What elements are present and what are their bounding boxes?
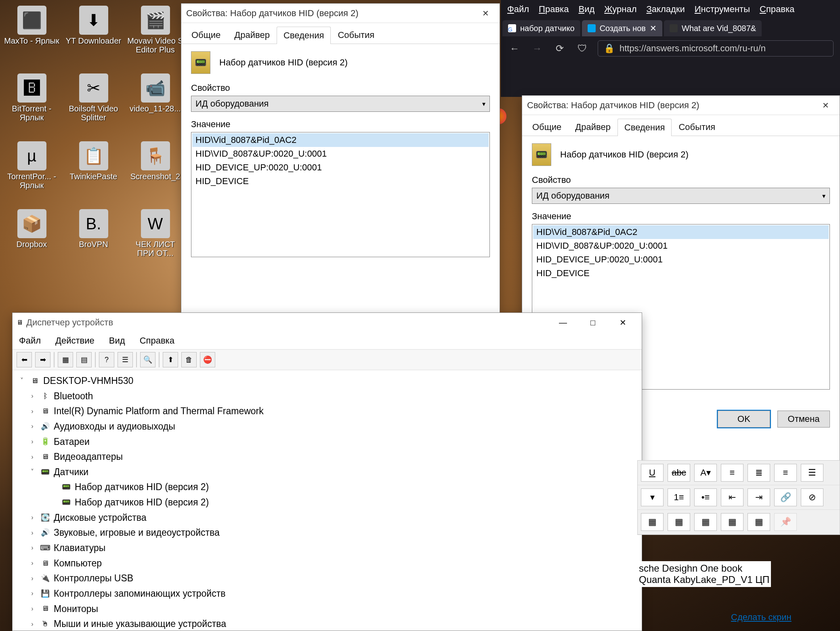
desktop-icon[interactable]: 🎬Movavi Video S Editor Plus [126, 2, 185, 67]
property-dropdown[interactable]: ИД оборудования ▾ [191, 96, 490, 112]
tab-Сведения[interactable]: Сведения [617, 119, 672, 136]
menu-item[interactable]: Вид [578, 4, 594, 15]
list-item[interactable]: HID\Vid_8087&Pid_0AC2 [533, 225, 829, 239]
expand-icon[interactable]: › [28, 558, 37, 568]
titlebar[interactable]: 🖥 Диспетчер устройств — □ ✕ [13, 313, 642, 332]
pin-button[interactable]: 📌 [774, 513, 797, 531]
tree-node[interactable]: ›🖥Компьютер [17, 556, 637, 571]
desktop-icon[interactable]: ⬇YT Downloader [64, 2, 123, 67]
unordered-list-button[interactable]: •≡ [694, 488, 717, 506]
expand-icon[interactable]: › [28, 543, 37, 553]
align-center-button[interactable]: ≣ [748, 464, 770, 482]
desktop-icon[interactable]: µTorrentPor... - Ярлык [2, 138, 61, 203]
minimize-button[interactable]: — [548, 314, 578, 331]
tab-События[interactable]: События [672, 118, 722, 136]
ok-button[interactable]: OK [718, 411, 770, 428]
properties-button[interactable]: ☰ [118, 352, 133, 367]
expand-icon[interactable]: ˅ [28, 467, 37, 477]
font-color-button[interactable]: A▾ [694, 464, 717, 482]
screenshot-link[interactable]: Сделать скрин [731, 612, 792, 623]
help-button[interactable]: ? [99, 352, 114, 367]
browser-tab[interactable]: Создать нов✕ [582, 20, 662, 36]
show-hidden-button[interactable]: ▦ [58, 352, 73, 367]
ordered-list-button[interactable]: 1≡ [668, 488, 690, 506]
scan-button[interactable]: 🔍 [140, 352, 155, 367]
device-tree[interactable]: ˅🖥DESKTOP-VHMH530›ᛒBluetooth›🖥Intel(R) D… [13, 370, 642, 630]
expand-icon[interactable]: › [28, 574, 37, 584]
table-button-1[interactable]: ▦ [641, 513, 664, 531]
expand-icon[interactable]: › [28, 604, 37, 614]
tree-node[interactable]: ›💾Контроллеры запоминающих устройств [17, 586, 637, 602]
tree-leaf[interactable]: 📟Набор датчиков HID (версия 2) [17, 480, 637, 495]
tree-node[interactable]: ›🖥Intel(R) Dynamic Platform and Thermal … [17, 404, 637, 419]
table-button-4[interactable]: ▦ [721, 513, 743, 531]
outdent-button[interactable]: ⇤ [721, 488, 743, 506]
uninstall-button[interactable]: 🗑 [181, 352, 197, 367]
back-button[interactable]: ⬅ [17, 352, 32, 367]
disable-button[interactable]: ⛔ [200, 352, 215, 367]
menu-item[interactable]: Действие [55, 335, 94, 346]
list-item[interactable]: HID\Vid_8087&Pid_0AC2 [192, 133, 489, 147]
expand-icon[interactable]: › [28, 619, 37, 629]
menu-item[interactable]: Справка [760, 4, 794, 15]
tab-Общие[interactable]: Общие [185, 26, 227, 44]
desktop-icon[interactable]: 🅱BitTorrent - Ярлык [2, 70, 61, 135]
titlebar[interactable]: Свойства: Набор датчиков HID (версия 2) … [522, 96, 840, 115]
menu-item[interactable]: Файл [507, 4, 529, 15]
cancel-button[interactable]: Отмена [777, 411, 830, 428]
tree-root[interactable]: ˅🖥DESKTOP-VHMH530 [17, 373, 637, 389]
table-button-5[interactable]: ▦ [748, 513, 770, 531]
titlebar[interactable]: Свойства: Набор датчиков HID (версия 2) … [181, 4, 500, 23]
list-item[interactable]: HID_DEVICE [533, 266, 829, 280]
table-button-2[interactable]: ▦ [668, 513, 690, 531]
tree-node[interactable]: ›🖱Мыши и иные указывающие устройства [17, 616, 637, 630]
menu-item[interactable]: Файл [19, 335, 41, 346]
desktop-icon[interactable]: ✂Boilsoft Video Splitter [64, 70, 123, 135]
collapse-icon[interactable]: ˅ [17, 376, 26, 386]
menu-item[interactable]: Правка [539, 4, 569, 15]
list-item[interactable]: HID\VID_8087&UP:0020_U:0001 [533, 239, 829, 253]
tab-Драйвер[interactable]: Драйвер [568, 118, 617, 136]
tree-node[interactable]: ›🖥Мониторы [17, 602, 637, 617]
align-justify-button[interactable]: ☰ [801, 464, 823, 482]
desktop-icon[interactable]: B.BroVPN [64, 206, 123, 270]
menu-item[interactable]: Справка [140, 335, 174, 346]
reload-button[interactable]: ⟳ [552, 41, 567, 56]
details-button[interactable]: ▤ [76, 352, 92, 367]
indent-button[interactable]: ⇥ [748, 488, 770, 506]
unlink-button[interactable]: ⊘ [801, 488, 823, 506]
tab-Сведения[interactable]: Сведения [277, 27, 331, 44]
value-listbox[interactable]: HID\Vid_8087&Pid_0AC2HID\VID_8087&UP:002… [191, 132, 490, 257]
tree-leaf[interactable]: 📟Набор датчиков HID (версия 2) [17, 495, 637, 510]
list-item[interactable]: HID_DEVICE_UP:0020_U:0001 [533, 253, 829, 266]
browser-tab[interactable]: What are Vid_8087& [664, 20, 762, 36]
expand-icon[interactable]: › [28, 437, 37, 447]
expand-icon[interactable]: › [28, 407, 37, 417]
tree-node[interactable]: ›🔊Звуковые, игровые и видеоустройства [17, 525, 637, 541]
forward-button[interactable]: → [530, 41, 544, 56]
strike-button[interactable]: abc [668, 464, 690, 482]
tree-node[interactable]: ›🔌Контроллеры USB [17, 571, 637, 586]
expand-icon[interactable]: › [28, 421, 37, 432]
list-item[interactable]: HID_DEVICE_UP:0020_U:0001 [192, 161, 489, 174]
expand-icon[interactable]: › [28, 391, 37, 401]
tree-node[interactable]: ›🔋Батареи [17, 434, 637, 450]
link-button[interactable]: 🔗 [774, 488, 797, 506]
expand-icon[interactable]: › [28, 513, 37, 523]
tab-События[interactable]: События [331, 26, 381, 44]
expand-icon[interactable]: › [28, 589, 37, 599]
desktop-icon[interactable]: ⬛MaxTo - Ярлык [2, 2, 61, 67]
expand-icon[interactable]: › [28, 452, 37, 462]
align-right-button[interactable]: ≡ [774, 464, 797, 482]
tree-node[interactable]: ˅📟Датчики [17, 465, 637, 480]
menu-item[interactable]: Вид [109, 335, 125, 346]
desktop-icon[interactable]: 🪑Screenshot_2 [126, 138, 185, 203]
menu-item[interactable]: Закладки [647, 4, 685, 15]
tree-node[interactable]: ›🖥Видеоадаптеры [17, 449, 637, 465]
property-dropdown[interactable]: ИД оборудования ▾ [532, 188, 830, 204]
tab-Драйвер[interactable]: Драйвер [227, 26, 277, 44]
update-driver-button[interactable]: ⬆ [163, 352, 178, 367]
browser-tab[interactable]: Gнабор датчико [502, 20, 580, 36]
back-button[interactable]: ← [507, 41, 522, 56]
menu-item[interactable]: Инструменты [695, 4, 750, 15]
